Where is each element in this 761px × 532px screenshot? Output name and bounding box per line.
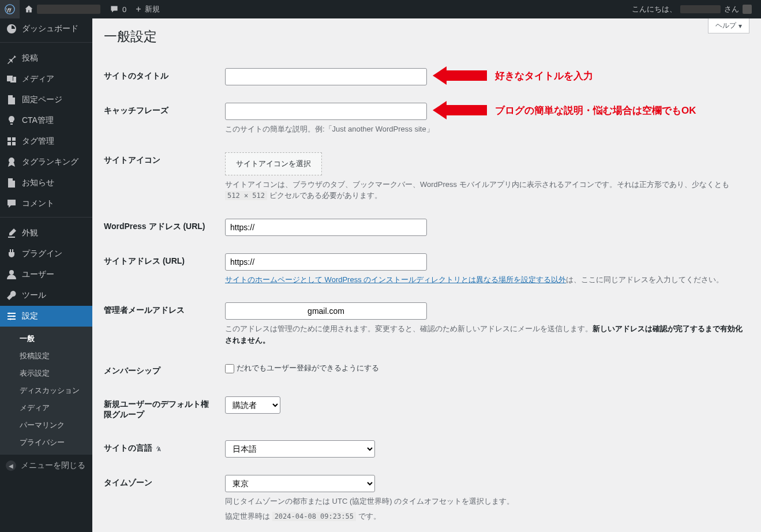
collapse-label: メニューを閉じる: [21, 460, 85, 471]
admin-sidebar: ダッシュボード投稿メディア固定ページCTA管理タグ管理タグランキングお知らせコメ…: [0, 18, 92, 532]
submenu-item[interactable]: 表示設定: [0, 365, 92, 382]
annotation-tagline: ブログの簡単な説明・悩む場合は空欄でもOK: [433, 101, 696, 119]
plug-icon: [6, 248, 17, 260]
sidebar-item-11[interactable]: 外観: [0, 223, 92, 243]
collapse-icon: ◀: [6, 460, 16, 471]
sidebar-item-7[interactable]: タグランキング: [0, 152, 92, 173]
wp-logo-menu[interactable]: [0, 0, 20, 18]
site-home-link[interactable]: [20, 0, 105, 18]
sidebar-item-label: ユーザー: [22, 269, 54, 280]
default-role-label: 新規ユーザーのデフォルト権限グループ: [104, 388, 219, 432]
membership-checkbox[interactable]: [225, 364, 234, 373]
site-url-input[interactable]: [225, 253, 427, 271]
translate-icon: [155, 444, 163, 452]
grid-icon: [6, 136, 17, 147]
admin-menu: ダッシュボード投稿メディア固定ページCTA管理タグ管理タグランキングお知らせコメ…: [0, 18, 92, 327]
sidebar-item-label: 投稿: [22, 53, 38, 63]
submenu-item[interactable]: 投稿設定: [0, 347, 92, 365]
sidebar-item-label: ダッシュボード: [22, 24, 78, 34]
help-label: ヘルプ: [715, 21, 736, 31]
submenu-item[interactable]: パーマリンク: [0, 417, 92, 434]
admin-email-description: このアドレスは管理のために使用されます。変更すると、確認のため新しいアドレスにメ…: [225, 323, 744, 346]
page-title: 一般設定: [104, 28, 749, 46]
sidebar-item-14[interactable]: ツール: [0, 285, 92, 306]
default-role-select[interactable]: 購読者: [225, 396, 280, 414]
site-title-label: サイトのタイトル: [104, 59, 219, 94]
language-select[interactable]: 日本語: [225, 440, 375, 458]
settings-form: サイトのタイトル 好きなタイトルを入力 キャッチフレーズ ブログの簡単な説明・悩…: [104, 59, 749, 530]
svg-point-3: [10, 319, 12, 320]
page-icon: [6, 94, 17, 106]
dashboard-icon: [6, 23, 17, 35]
user-icon: [6, 269, 17, 280]
greeting-prefix: こんにちは、: [632, 4, 677, 14]
site-name-redacted: [37, 5, 100, 14]
pin-icon: [6, 53, 17, 64]
membership-option[interactable]: だれでもユーザー登録ができるようにする: [225, 364, 379, 372]
user-account-link[interactable]: こんにちは、 さん: [627, 0, 756, 18]
sidebar-item-8[interactable]: お知らせ: [0, 173, 92, 193]
select-site-icon-button[interactable]: サイトアイコンを選択: [225, 152, 322, 175]
site-title-input[interactable]: [225, 68, 427, 85]
settings-icon: [6, 310, 17, 322]
brush-icon: [6, 227, 17, 239]
timezone-utc: 協定世界時は 2024-04-08 09:23:55 です。: [225, 511, 744, 522]
menu-separator: [0, 217, 92, 220]
language-label: サイトの言語: [104, 432, 219, 466]
wp-url-input[interactable]: [225, 219, 427, 236]
sidebar-item-label: メディア: [22, 74, 54, 84]
site-url-description: サイトのホームページとして WordPress のインストールディレクトリとは異…: [225, 274, 744, 286]
comment-icon: [6, 198, 17, 209]
chevron-down-icon: ▾: [738, 22, 742, 30]
tagline-label: キャッチフレーズ: [104, 94, 219, 144]
sidebar-item-label: ツール: [22, 290, 46, 301]
submenu-item[interactable]: ディスカッション: [0, 382, 92, 399]
timezone-label: タイムゾーン: [104, 466, 219, 530]
admin-email-input[interactable]: [225, 302, 427, 320]
site-url-help-link[interactable]: サイトのホームページとして WordPress のインストールディレクトリとは異…: [225, 275, 566, 284]
sidebar-item-label: 設定: [22, 311, 38, 321]
svg-point-2: [13, 316, 15, 317]
sidebar-item-15[interactable]: 設定: [0, 306, 92, 327]
comments-link[interactable]: 0: [105, 0, 131, 18]
sidebar-item-2[interactable]: 投稿: [0, 48, 92, 69]
submenu-item[interactable]: メディア: [0, 399, 92, 417]
page-icon: [6, 177, 17, 189]
sidebar-item-4[interactable]: 固定ページ: [0, 89, 92, 110]
sidebar-item-label: タグ管理: [22, 136, 54, 147]
admin-email-label: 管理者メールアドレス: [104, 294, 219, 354]
tagline-input[interactable]: [225, 103, 427, 120]
svg-point-1: [9, 313, 10, 314]
sidebar-item-label: 固定ページ: [22, 95, 62, 105]
timezone-select[interactable]: 東京: [225, 475, 375, 492]
bulb-icon: [6, 115, 17, 126]
sidebar-item-13[interactable]: ユーザー: [0, 264, 92, 285]
help-tab[interactable]: ヘルプ ▾: [708, 18, 749, 33]
greeting-suffix: さん: [724, 4, 739, 14]
sidebar-item-label: タグランキング: [22, 157, 78, 167]
collapse-menu-button[interactable]: ◀ メニューを閉じる: [0, 455, 92, 477]
sidebar-item-9[interactable]: コメント: [0, 193, 92, 214]
membership-checkbox-label: だれでもユーザー登録ができるようにする: [237, 364, 379, 372]
user-name-redacted: [680, 5, 721, 13]
submenu-item[interactable]: プライバシー: [0, 434, 92, 451]
sidebar-item-6[interactable]: タグ管理: [0, 131, 92, 152]
new-content-link[interactable]: + 新規: [131, 0, 164, 18]
sidebar-item-0[interactable]: ダッシュボード: [0, 18, 92, 39]
media-icon: [6, 73, 17, 85]
site-icon-label: サイトアイコン: [104, 144, 219, 210]
annotation-title-text: 好きなタイトルを入力: [495, 69, 593, 83]
submenu-item[interactable]: 一般: [0, 330, 92, 347]
annotation-title: 好きなタイトルを入力: [433, 66, 593, 85]
sidebar-item-12[interactable]: プラグイン: [0, 243, 92, 264]
sidebar-item-label: お知らせ: [22, 178, 54, 188]
sidebar-item-3[interactable]: メディア: [0, 69, 92, 89]
wordpress-icon: [5, 4, 15, 14]
plus-icon: +: [136, 4, 141, 14]
annotation-tagline-text: ブログの簡単な説明・悩む場合は空欄でもOK: [495, 104, 696, 117]
sidebar-item-5[interactable]: CTA管理: [0, 110, 92, 131]
comment-count: 0: [122, 5, 126, 14]
settings-submenu: 一般投稿設定表示設定ディスカッションメディアパーマリンクプライバシー: [0, 327, 92, 455]
tagline-description: このサイトの簡単な説明。例:「Just another WordPress si…: [225, 123, 744, 135]
home-icon: [24, 5, 33, 14]
